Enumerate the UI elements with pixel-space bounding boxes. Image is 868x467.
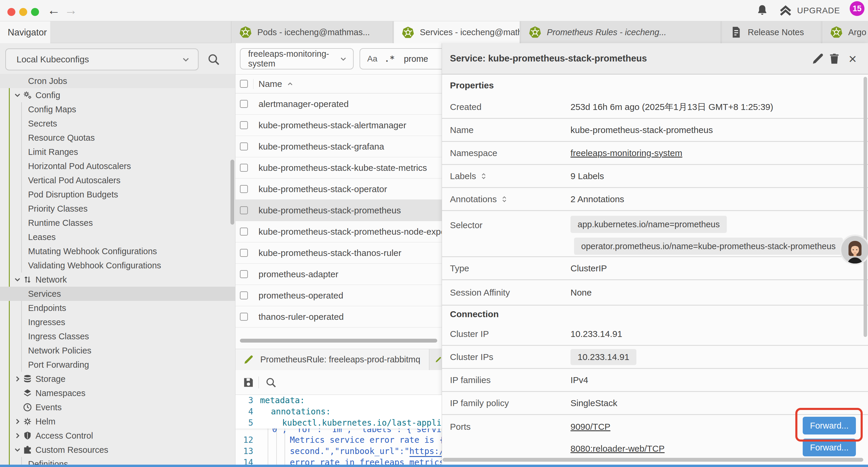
kubeconfig-selector[interactable]: Local Kubeconfigs [5,49,198,70]
forward-arrow-icon[interactable]: → [64,3,78,17]
table-row[interactable]: kube-prometheus-stack-thanos-ruler [236,242,442,264]
port-link[interactable]: 9090/TCP [570,422,610,432]
match-case-icon[interactable]: Aa [367,54,377,63]
table-row-selected[interactable]: kube-prometheus-stack-prometheus [236,200,442,221]
row-checkbox[interactable] [240,206,248,214]
trash-icon[interactable] [828,52,841,65]
sidebar-item-port-forwarding[interactable]: Port Forwarding [0,358,235,372]
horizontal-scrollbar[interactable] [442,458,863,462]
row-checkbox[interactable] [240,270,248,278]
row-checkbox[interactable] [240,228,248,236]
sidebar-item-access-control[interactable]: Access Control [0,429,235,443]
vertical-scrollbar[interactable] [864,77,867,337]
select-all-checkbox[interactable] [240,80,248,88]
expand-updown-icon[interactable] [479,172,488,180]
window-minimize-button[interactable] [19,8,27,16]
sidebar-item-runtime-classes[interactable]: Runtime Classes [0,216,235,230]
horizontal-scrollbar[interactable] [240,339,437,343]
table-row[interactable]: kube-prometheus-stack-prometheus-node-ex… [236,221,442,242]
notification-count-badge[interactable]: 15 [850,1,864,16]
sidebar-item-leases[interactable]: Leases [0,230,235,244]
close-icon[interactable]: × [846,52,859,65]
editor-sticky-lines: 3metadata: 4annotations: 5kubectl.kubern… [236,395,442,429]
table-row[interactable]: kube-prometheus-stack-grafana [236,136,442,157]
row-checkbox[interactable] [240,143,248,150]
sidebar-item-validating-webhook-configurations[interactable]: Validating Webhook Configurations [0,258,235,272]
sidebar-item-horizontal-pod-autoscalers[interactable]: Horizontal Pod Autoscalers [0,159,235,173]
sidebar-item-ingress-classes[interactable]: Ingress Classes [0,329,235,344]
regex-icon[interactable]: .* [384,54,395,64]
table-row[interactable]: prometheus-operated [236,285,442,306]
row-checkbox[interactable] [240,249,248,257]
dock-tab-prometheusrule[interactable]: PrometheusRule: freeleaps-prod-rabbitmq [236,349,429,370]
tab-prometheus-rules[interactable]: Prometheus Rules - icecheng... [521,21,721,43]
code-text: metadata: [253,395,305,406]
expand-updown-icon[interactable] [500,195,508,203]
dock-tab-partial[interactable] [430,349,442,370]
port-link[interactable]: 8080:reloader-web/TCP [570,444,665,454]
table-row[interactable]: thanos-ruler-operated [236,306,442,327]
sidebar-item-config[interactable]: Config [0,88,235,102]
namespace-selector[interactable]: freeleaps-monitoring-system [240,48,354,69]
sidebar-item-vertical-pod-autoscalers[interactable]: Vertical Pod Autoscalers [0,173,235,187]
column-header-name[interactable]: Name [258,79,282,89]
row-checkbox[interactable] [240,313,248,321]
sidebar-item-network-policies[interactable]: Network Policies [0,344,235,358]
chevron-down-icon [13,275,22,284]
filter-input[interactable]: Aa .* prome [360,48,442,69]
row-checkbox[interactable] [240,291,248,299]
sidebar-item-helm[interactable]: Helm [0,414,235,429]
tab-argo[interactable]: Argo Se [822,21,868,43]
sidebar-item-network[interactable]: Network [0,272,235,287]
upgrade-button[interactable]: UPGRADE [779,0,840,21]
kubeconfig-selector-value: Local Kubeconfigs [17,54,181,64]
tab-label: Release Notes [748,28,804,37]
save-icon[interactable] [242,376,255,389]
search-icon[interactable] [265,377,277,388]
code-text: 0", "for": "1m", "labels": {"service": " [236,429,442,434]
sidebar-item-secrets[interactable]: Secrets [0,116,235,130]
table-row[interactable]: kube-prometheus-stack-alertmanager [236,115,442,136]
sidebar-item-events[interactable]: Events [0,400,235,414]
sidebar-item-pod-disruption-budgets[interactable]: Pod Disruption Budgets [0,187,235,202]
code-text: second.","runbook_url":" [290,446,409,456]
table-row[interactable]: kube-prometheus-stack-operator [236,178,442,200]
sidebar-item-priority-classes[interactable]: Priority Classes [0,202,235,216]
sidebar-item-services[interactable]: Services [0,287,235,301]
tab-pods[interactable]: Pods - icecheng@mathmas... [231,21,393,43]
sidebar-item-storage[interactable]: Storage [0,372,235,386]
row-checkbox[interactable] [240,100,248,108]
sidebar-item-ingresses[interactable]: Ingresses [0,315,235,329]
sidebar-item-custom-resources[interactable]: Custom Resources [0,443,235,457]
row-checkbox[interactable] [240,121,248,129]
namespace-link[interactable]: freeleaps-monitoring-system [570,148,682,158]
assistant-avatar[interactable] [840,234,868,265]
sort-ascending-icon[interactable] [286,80,294,88]
window-zoom-button[interactable] [31,8,39,16]
sidebar-scrollbar[interactable] [230,159,234,225]
row-checkbox[interactable] [240,164,248,172]
sidebar-item-resource-quotas[interactable]: Resource Quotas [0,130,235,145]
sidebar-item-cron-jobs[interactable]: Cron Jobs [0,74,235,88]
back-arrow-icon[interactable]: ← [47,3,60,17]
chevron-down-icon [13,445,22,454]
sidebar-item-config-maps[interactable]: Config Maps [0,102,235,116]
sidebar-item-endpoints[interactable]: Endpoints [0,301,235,315]
table-row[interactable]: prometheus-adapter [236,264,442,285]
search-icon[interactable] [207,53,220,66]
table-row[interactable]: kube-prometheus-stack-kube-state-metrics [236,157,442,178]
tab-services[interactable]: Services - icecheng@math... × [394,21,520,43]
bottom-dock-tabs: PrometheusRule: freeleaps-prod-rabbitmq [236,349,442,370]
tab-release-notes[interactable]: Release Notes [721,21,821,43]
table-row[interactable]: alertmanager-operated [236,93,442,115]
row-checkbox[interactable] [240,185,248,193]
tab-label: Services - icecheng@math... [420,28,520,37]
window-close-button[interactable] [7,8,16,16]
sidebar-item-limit-ranges[interactable]: Limit Ranges [0,145,235,159]
yaml-editor[interactable]: 3metadata: 4annotations: 5kubectl.kubern… [236,395,442,465]
code-link[interactable]: https://net [409,446,442,457]
sidebar-item-mutating-webhook-configurations[interactable]: Mutating Webhook Configurations [0,244,235,258]
sidebar-item-namespaces[interactable]: Namespaces [0,386,235,400]
edit-pencil-icon[interactable] [811,52,824,65]
bell-icon[interactable] [756,4,769,17]
